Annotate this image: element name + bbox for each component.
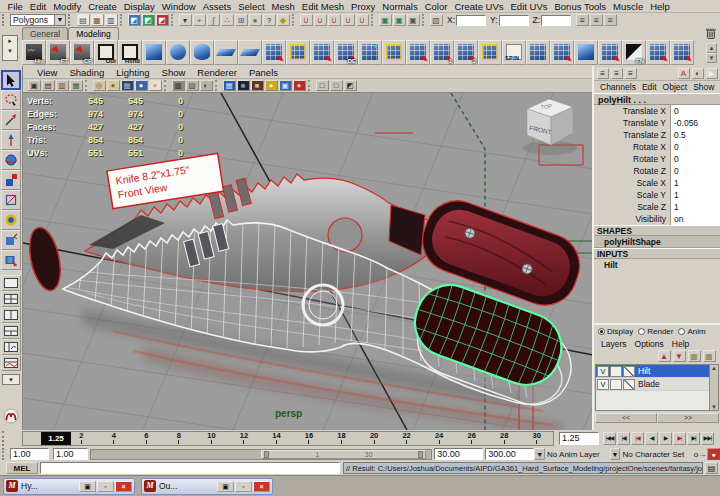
channel-value-field[interactable]: 0 (670, 165, 720, 177)
command-input[interactable] (40, 462, 340, 474)
lock-icon[interactable]: ◆ (277, 14, 290, 26)
new-empty-layer-icon[interactable]: ▦ (688, 350, 701, 362)
snap-plane-icon[interactable]: ⊞ (235, 14, 248, 26)
coordinate-input[interactable] (456, 15, 486, 26)
shelf-tab-selector[interactable]: ▸▾ (2, 35, 18, 61)
layer-mode-radio[interactable]: Anim (678, 327, 705, 336)
snap-magnet-curve-icon[interactable]: ∪ (314, 14, 327, 26)
channel-value-field[interactable]: 0 (670, 141, 720, 153)
shelf-button[interactable] (478, 40, 502, 65)
highlight-mode-icon[interactable]: ▾ (179, 14, 192, 26)
snap-magnet-view-icon[interactable]: ∪ (342, 14, 355, 26)
tool-box-dropdown[interactable]: ▾ (2, 374, 20, 385)
shelf-button[interactable]: His (22, 40, 46, 65)
shelf-button[interactable] (598, 40, 622, 65)
layer-mode-radio[interactable]: Display (598, 327, 633, 336)
move-tool-button[interactable] (1, 130, 21, 150)
pane-scroll-right-button[interactable]: >> (657, 413, 719, 423)
new-layer-from-selection-icon[interactable]: ▦ (703, 350, 716, 362)
shelf-button[interactable] (358, 40, 382, 65)
playback-button[interactable]: ▶ (659, 432, 672, 445)
input-node-name[interactable]: Hilt (594, 259, 720, 271)
attribute-editor-toggle-icon[interactable]: A (678, 68, 690, 79)
quick-help-icon[interactable]: ? (263, 14, 276, 26)
layer-row[interactable]: V Blade (596, 378, 718, 391)
shelf-button[interactable] (382, 40, 406, 65)
show-manipulator-button[interactable] (1, 230, 21, 250)
new-scene-icon[interactable]: ▤ (77, 14, 90, 26)
shelf-button[interactable] (550, 40, 574, 65)
camera-bookmark-icon[interactable]: ▥ (56, 80, 69, 91)
move-layer-down-icon[interactable]: ▼ (673, 350, 686, 362)
layer-row[interactable]: V Hilt (596, 365, 718, 378)
exposure-icon[interactable]: ◐ (200, 80, 213, 91)
gate-mask-icon[interactable]: ◩ (344, 80, 357, 91)
channel-value-field[interactable]: 0 (670, 153, 720, 165)
menu-item[interactable]: Assets (199, 0, 235, 13)
layout-four-pane-button[interactable] (1, 291, 21, 307)
menu-item[interactable]: File (4, 0, 26, 13)
show-attribute-editor-icon[interactable]: ≡ (576, 14, 589, 26)
menu-item[interactable]: Proxy (348, 0, 379, 13)
wireframe-icon[interactable]: ◎ (93, 80, 106, 91)
menu-item[interactable]: Bonus Tools (551, 0, 610, 13)
camera-select-icon[interactable]: ▣ (28, 80, 41, 91)
layer-visibility-toggle[interactable]: V (597, 366, 609, 377)
screen-icon[interactable]: ▣ (279, 80, 292, 91)
smooth-shade-icon[interactable]: ● (107, 80, 120, 91)
menu-item[interactable]: Select (235, 0, 268, 13)
shelf-button[interactable]: CP (70, 40, 94, 65)
layer-menu-item[interactable]: Help (668, 338, 693, 350)
menu-item[interactable]: Mesh (268, 0, 298, 13)
channel-speed-mode-icon[interactable]: ≡ (611, 68, 623, 79)
playback-button[interactable]: ▶| (687, 432, 700, 445)
minimized-window[interactable]: M Ou... ▣ ▫ × (141, 478, 273, 495)
mel-toggle-button[interactable]: MEL (6, 462, 38, 474)
select-hierarchy-icon[interactable]: ◩ (128, 14, 141, 26)
resolution-gate-icon[interactable]: □ (330, 80, 343, 91)
channel-box-menu-item[interactable]: Channels (597, 81, 639, 93)
time-slider-grip[interactable] (2, 431, 8, 446)
playback-button[interactable]: |◀ (631, 432, 644, 445)
save-scene-icon[interactable]: ▥ (105, 14, 118, 26)
open-scene-icon[interactable]: ▦ (91, 14, 104, 26)
shelf-button[interactable] (238, 40, 262, 65)
dark-cube-icon[interactable]: ■ (237, 80, 250, 91)
layer-playback-toggle[interactable] (610, 366, 622, 377)
snap-point-icon[interactable]: ∴ (221, 14, 234, 26)
coordinate-input[interactable] (541, 15, 571, 26)
shelf-button[interactable] (142, 40, 166, 65)
auto-keyframe-button[interactable]: ● (707, 448, 720, 460)
range-slider-track[interactable]: 130 (90, 449, 432, 460)
panel-menu-item[interactable]: Panels (243, 66, 284, 79)
scale-tool-button[interactable] (1, 170, 21, 190)
pane-scroll-left-button[interactable]: << (595, 413, 657, 423)
shelf-button[interactable]: DE (334, 40, 358, 65)
playback-start-field[interactable]: 1.00 (53, 448, 88, 460)
channel-value-field[interactable]: 0.5 (670, 129, 720, 141)
shelf-button[interactable]: 1 (430, 40, 454, 65)
playback-button[interactable]: ◀ (645, 432, 658, 445)
channel-box-toggle-icon[interactable]: ▶ (706, 68, 718, 79)
current-frame-marker[interactable]: 1.25 (41, 432, 71, 445)
menu-item[interactable]: Color (421, 0, 451, 13)
hardware-texturing-icon[interactable]: ▦ (121, 80, 134, 91)
red-ball-icon[interactable]: ● (293, 80, 306, 91)
shelf-tab[interactable]: General (22, 27, 68, 40)
animation-start-field[interactable]: 1.00 (10, 448, 49, 460)
panel-menu-item[interactable]: Shading (63, 66, 110, 79)
character-set-dropdown-icon[interactable]: ▼ (610, 448, 621, 460)
subdiv-cube-icon[interactable]: ▦ (223, 80, 236, 91)
channel-row[interactable]: Rotate X 0 (594, 141, 720, 153)
close-window-icon[interactable]: × (253, 481, 270, 492)
selection-mode-dropdown[interactable]: Polygons ▼ (10, 14, 66, 26)
layer-visibility-toggle[interactable]: V (597, 379, 609, 390)
brown-cube-icon[interactable]: ■ (251, 80, 264, 91)
soft-mod-tool-button[interactable] (1, 210, 21, 230)
snap-magnet-live-icon[interactable]: ∪ (356, 14, 369, 26)
range-slider-grip[interactable] (2, 448, 8, 460)
shelf-button[interactable]: 2 (454, 40, 478, 65)
shelf-button[interactable] (310, 40, 334, 65)
channel-row[interactable]: Translate Y -0.056 (594, 117, 720, 129)
panel-menu-item[interactable]: View (31, 66, 63, 79)
